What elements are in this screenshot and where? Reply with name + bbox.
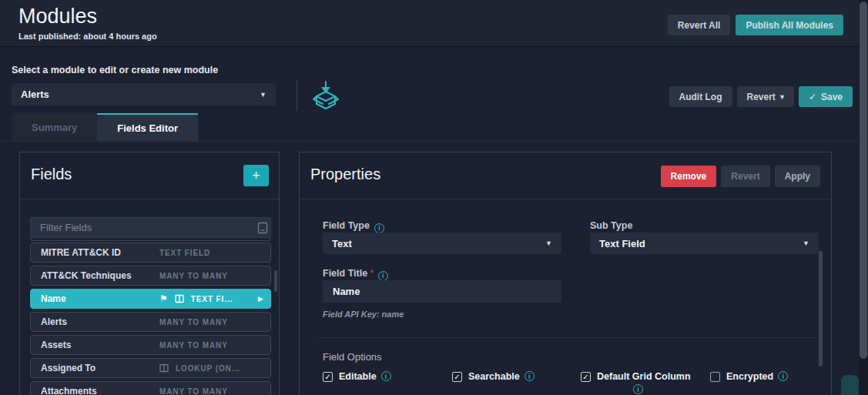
- option-default-grid-column: ✓ Default Grid Columni: [581, 371, 695, 394]
- fields-panel-title: Fields: [31, 166, 72, 183]
- revert-field-button[interactable]: Revert: [721, 166, 769, 187]
- chevron-down-icon: ▼: [803, 239, 809, 247]
- info-icon[interactable]: i: [374, 223, 384, 233]
- field-type-label: TEXT FI...: [191, 295, 233, 303]
- page-scrollbar[interactable]: [859, 0, 868, 395]
- field-type-label: Field Type: [323, 220, 370, 231]
- audit-log-button[interactable]: Audit Log: [669, 86, 732, 107]
- sub-type-select[interactable]: Text Field ▼: [590, 233, 819, 254]
- module-select-label: Select a module to edit or create new mo…: [12, 65, 218, 75]
- field-name: Attachments: [41, 386, 97, 395]
- grid-column-icon: [159, 363, 169, 373]
- info-icon[interactable]: i: [778, 371, 788, 381]
- add-field-button[interactable]: +: [243, 165, 269, 186]
- save-button[interactable]: ✓ Save: [799, 86, 853, 107]
- info-icon[interactable]: i: [381, 371, 391, 381]
- module-tabs: Summary Fields Editor: [12, 113, 198, 141]
- revert-button-label: Revert: [747, 92, 776, 102]
- tab-summary[interactable]: Summary: [12, 113, 97, 141]
- remove-button[interactable]: Remove: [661, 166, 717, 187]
- last-published-text: Last published: about 4 hours ago: [18, 32, 157, 41]
- info-icon[interactable]: i: [378, 271, 388, 281]
- apply-button[interactable]: Apply: [775, 166, 820, 187]
- field-type-label-row: Field Typei: [323, 218, 561, 233]
- field-type-label: MANY TO MANY: [159, 272, 228, 280]
- field-item[interactable]: MITRE ATT&CK ID TEXT FIELD: [30, 243, 271, 263]
- fields-list-scrollbar[interactable]: [274, 270, 277, 292]
- field-item[interactable]: Assigned To LOOKUP (ON...: [30, 358, 271, 378]
- chevron-down-icon: ▼: [260, 91, 266, 99]
- searchable-checkbox[interactable]: ✓: [452, 372, 462, 382]
- grid-column-icon: [175, 294, 184, 303]
- module-package-icon: [310, 79, 341, 112]
- chevron-down-icon: ▼: [545, 239, 552, 247]
- check-icon: ✓: [809, 92, 816, 102]
- option-searchable: ✓ Searchablei: [452, 371, 575, 382]
- option-label: Editable: [339, 371, 377, 382]
- properties-panel-header: Properties Remove Revert Apply: [300, 152, 831, 199]
- option-label: Encrypted: [726, 371, 773, 382]
- field-name: Assigned To: [41, 363, 96, 373]
- sub-type-value: Text Field: [599, 238, 803, 249]
- field-api-key-note: Field API Key: name: [323, 310, 404, 319]
- required-mark: *: [370, 268, 374, 279]
- field-name: Name: [41, 293, 66, 304]
- sub-type-label-row: Sub Type: [590, 218, 819, 232]
- properties-panel-title: Properties: [310, 166, 380, 183]
- field-type-label: MANY TO MANY: [159, 387, 228, 395]
- chevron-down-icon: ▾: [780, 92, 784, 101]
- text-field-icon: [257, 222, 268, 234]
- help-widget[interactable]: [841, 375, 859, 395]
- field-item[interactable]: Alerts MANY TO MANY: [30, 312, 271, 332]
- properties-actions: Remove Revert Apply: [661, 166, 820, 187]
- field-type-label: TEXT FIELD: [159, 249, 210, 257]
- field-item[interactable]: ATT&CK Techniques MANY TO MANY: [30, 266, 271, 286]
- field-type-select[interactable]: Text ▼: [323, 233, 561, 254]
- revert-dropdown-button[interactable]: Revert ▾: [737, 86, 794, 107]
- vertical-divider: [297, 80, 297, 111]
- field-type-label: MANY TO MANY: [159, 341, 228, 350]
- field-title-label: Field Title: [323, 268, 367, 279]
- field-item[interactable]: Assets MANY TO MANY: [30, 335, 271, 355]
- header-actions: Revert All Publish All Modules: [668, 15, 843, 35]
- properties-panel: Properties Remove Revert Apply Field Typ…: [299, 152, 832, 395]
- editable-checkbox[interactable]: ✓: [323, 372, 333, 382]
- module-actions: Audit Log Revert ▾ ✓ Save: [669, 86, 853, 107]
- field-name: Assets: [41, 340, 71, 350]
- flag-icon: ⚑: [159, 294, 168, 303]
- field-title-input[interactable]: [323, 280, 561, 303]
- clipped-field-item: [30, 238, 271, 241]
- option-label: Searchable: [468, 371, 520, 382]
- field-item[interactable]: Attachments MANY TO MANY: [30, 381, 271, 395]
- publish-all-modules-button[interactable]: Publish All Modules: [736, 15, 843, 35]
- filter-fields-input[interactable]: [30, 217, 271, 238]
- info-icon[interactable]: i: [524, 371, 535, 381]
- field-type-label: MANY TO MANY: [159, 318, 228, 326]
- encrypted-checkbox[interactable]: [710, 372, 720, 382]
- field-type-value: Text: [332, 238, 545, 249]
- tabs-divider: [0, 141, 859, 142]
- module-select-dropdown[interactable]: Alerts ▼: [12, 83, 276, 105]
- field-type-label: LOOKUP (ON...: [176, 364, 240, 373]
- modules-admin-page: Modules Last published: about 4 hours ag…: [0, 0, 868, 395]
- field-item-selected[interactable]: Name ⚑ TEXT FI... ▶: [30, 289, 271, 309]
- page-scrollbar-thumb[interactable]: [860, 2, 867, 359]
- properties-scrollbar[interactable]: [819, 251, 823, 367]
- fields-panel: Fields + MITRE ATT&CK ID TEXT FIELD ATT&…: [19, 152, 280, 395]
- tab-fields-editor[interactable]: Fields Editor: [97, 113, 198, 141]
- expand-arrow-icon[interactable]: ▶: [258, 295, 263, 303]
- sub-type-label: Sub Type: [590, 220, 632, 231]
- module-select-value: Alerts: [21, 89, 260, 100]
- option-label: Default Grid Column: [597, 371, 691, 382]
- fields-panel-header: Fields +: [20, 152, 279, 199]
- page-header: Modules Last published: about 4 hours ag…: [0, 0, 859, 47]
- info-icon[interactable]: i: [633, 384, 643, 394]
- field-name: MITRE ATT&CK ID: [41, 247, 121, 258]
- field-name: ATT&CK Techniques: [41, 270, 132, 281]
- field-name: Alerts: [41, 316, 67, 327]
- option-encrypted: Encryptedi: [710, 371, 833, 382]
- field-title-label-row: Field Title*i: [323, 266, 388, 281]
- default-grid-column-checkbox[interactable]: ✓: [581, 372, 591, 382]
- revert-all-button[interactable]: Revert All: [668, 15, 731, 35]
- section-divider: [317, 337, 819, 338]
